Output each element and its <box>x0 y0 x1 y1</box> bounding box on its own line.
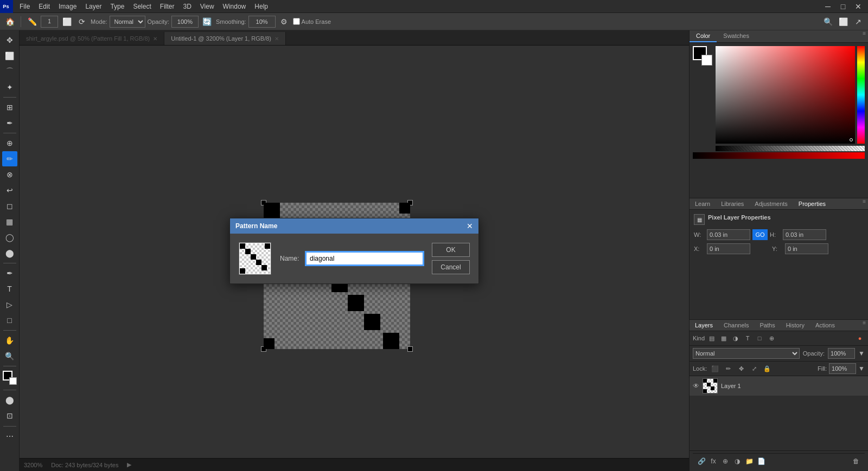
mode-select[interactable]: Normal <box>110 16 145 28</box>
layer-fx-icon[interactable]: fx <box>708 456 719 467</box>
props-y-input[interactable] <box>785 243 828 254</box>
lock-pixels-icon[interactable]: ⬛ <box>710 364 720 373</box>
menu-3d[interactable]: 3D <box>178 0 195 13</box>
dialog-ok-button[interactable]: OK <box>432 243 470 257</box>
filter-enable-toggle[interactable]: ● <box>855 333 865 343</box>
extra-tools[interactable]: ⋯ <box>2 429 17 444</box>
smoothing-input[interactable] <box>248 16 276 28</box>
pencil-tool-icon[interactable]: ✏️ <box>25 15 39 28</box>
minimize-btn[interactable]: ─ <box>821 0 834 13</box>
pen-tool[interactable]: ✒ <box>2 266 17 281</box>
auto-erase-checkbox[interactable] <box>293 18 300 25</box>
opacity-toggle-icon[interactable]: 🔄 <box>201 15 214 28</box>
gradient-tool[interactable]: ▦ <box>2 214 17 229</box>
filter-adjustment-icon[interactable]: ◑ <box>731 333 741 343</box>
menu-filter[interactable]: Filter <box>156 0 179 13</box>
search-icon[interactable]: 🔍 <box>821 15 834 28</box>
properties-tab[interactable]: Properties <box>793 198 831 209</box>
clone-tool[interactable]: ⊗ <box>2 167 17 182</box>
move-tool[interactable]: ✥ <box>2 33 17 48</box>
menu-type[interactable]: Type <box>106 0 129 13</box>
mask-mode-tool[interactable]: ⬤ <box>2 392 17 408</box>
menu-image[interactable]: Image <box>54 0 81 13</box>
blend-mode-select[interactable]: Normal <box>693 348 800 359</box>
history-tab[interactable]: History <box>781 320 810 331</box>
filter-smart-icon[interactable]: ⊕ <box>767 333 776 343</box>
layer-item-1[interactable]: 👁 <box>690 376 868 396</box>
lock-layer-icon[interactable]: ⤢ <box>749 364 759 373</box>
crop-tool[interactable]: ⊞ <box>2 100 17 115</box>
opacity-input[interactable] <box>171 16 199 28</box>
toggle-icon[interactable]: ⟳ <box>75 15 88 28</box>
brush-size-input[interactable]: 1 <box>41 16 58 28</box>
workspace-icon[interactable]: ⬜ <box>837 15 850 28</box>
text-tool[interactable]: T <box>2 281 17 296</box>
blur-tool[interactable]: ◯ <box>2 230 17 245</box>
layer-visibility-icon[interactable]: 👁 <box>693 382 699 390</box>
layer-delete-icon[interactable]: 🗑 <box>851 456 861 467</box>
menu-edit[interactable]: Edit <box>34 0 54 13</box>
hand-tool[interactable]: ✋ <box>2 333 17 348</box>
share-icon[interactable]: ↗ <box>852 15 865 28</box>
dialog-cancel-button[interactable]: Cancel <box>432 260 470 274</box>
layer-adjustment-icon[interactable]: ◑ <box>732 456 743 467</box>
props-panel-collapse[interactable]: ≡ <box>860 198 868 209</box>
eyedropper-tool[interactable]: ✒ <box>2 115 17 131</box>
lock-artboard-icon[interactable]: ✥ <box>736 364 746 373</box>
magic-wand-tool[interactable]: ✦ <box>2 80 17 95</box>
close-btn[interactable]: ✕ <box>852 0 865 13</box>
layer-mask-icon[interactable]: ⊕ <box>720 456 731 467</box>
background-color[interactable] <box>9 377 17 385</box>
color-gradient-picker[interactable] <box>716 46 855 144</box>
menu-help[interactable]: Help <box>250 0 272 13</box>
fg-bg-colors[interactable] <box>3 371 17 385</box>
opacity-dropdown-arrow[interactable]: ▼ <box>858 350 865 357</box>
actions-tab[interactable]: Actions <box>810 320 840 331</box>
healing-tool[interactable]: ⊕ <box>2 136 17 151</box>
props-go-btn[interactable]: GO <box>752 229 768 240</box>
eraser-tool[interactable]: ◻ <box>2 198 17 214</box>
menu-window[interactable]: Window <box>219 0 251 13</box>
swatches-tab[interactable]: Swatches <box>717 30 756 42</box>
fill-input[interactable] <box>829 363 856 374</box>
shape-tool[interactable]: □ <box>2 313 17 328</box>
props-w-input[interactable] <box>707 229 750 240</box>
marquee-tool[interactable]: ⬜ <box>2 48 17 63</box>
auto-erase-label[interactable]: Auto Erase <box>293 18 331 25</box>
filter-shape-icon[interactable]: □ <box>755 333 764 343</box>
opacity-value-input[interactable] <box>828 348 855 359</box>
zoom-tool[interactable]: 🔍 <box>2 349 17 364</box>
props-h-input[interactable] <box>783 229 826 240</box>
fill-dropdown-arrow[interactable]: ▼ <box>858 365 865 372</box>
libraries-tab[interactable]: Libraries <box>716 198 749 209</box>
screen-mode-tool[interactable]: ⊡ <box>2 408 17 423</box>
layers-tab[interactable]: Layers <box>690 320 718 331</box>
maximize-btn[interactable]: □ <box>837 0 850 13</box>
color-tab[interactable]: Color <box>690 30 717 42</box>
lasso-tool[interactable]: ⌒ <box>2 64 17 79</box>
adjustments-tab[interactable]: Adjustments <box>749 198 793 209</box>
lock-position-icon[interactable]: ✏ <box>723 364 733 373</box>
brush-tool[interactable]: ✏ <box>2 151 17 166</box>
paths-tab[interactable]: Paths <box>755 320 781 331</box>
filter-kind-icon[interactable]: ▤ <box>707 333 717 343</box>
menu-file[interactable]: File <box>15 0 34 13</box>
layer-new-icon[interactable]: 📄 <box>756 456 767 467</box>
menu-view[interactable]: View <box>196 0 219 13</box>
history-brush-tool[interactable]: ↩ <box>2 183 17 198</box>
menu-select[interactable]: Select <box>129 0 155 13</box>
bg-color-swatch[interactable] <box>701 55 712 66</box>
dialog-name-input[interactable] <box>306 252 423 265</box>
home-icon[interactable]: 🏠 <box>3 15 16 28</box>
filter-type-icon[interactable]: T <box>743 333 752 343</box>
channels-tab[interactable]: Channels <box>718 320 754 331</box>
color-panel-collapse[interactable]: ≡ <box>860 30 868 42</box>
path-select-tool[interactable]: ▷ <box>2 297 17 312</box>
lock-all-icon[interactable]: 🔒 <box>762 364 772 373</box>
menu-layer[interactable]: Layer <box>81 0 106 13</box>
filter-pixel-icon[interactable]: ▦ <box>719 333 729 343</box>
smoothing-options-icon[interactable]: ⚙ <box>278 15 291 28</box>
learn-tab[interactable]: Learn <box>690 198 716 209</box>
layer-link-icon[interactable]: 🔗 <box>696 456 707 467</box>
layers-panel-collapse[interactable]: ≡ <box>860 320 868 331</box>
